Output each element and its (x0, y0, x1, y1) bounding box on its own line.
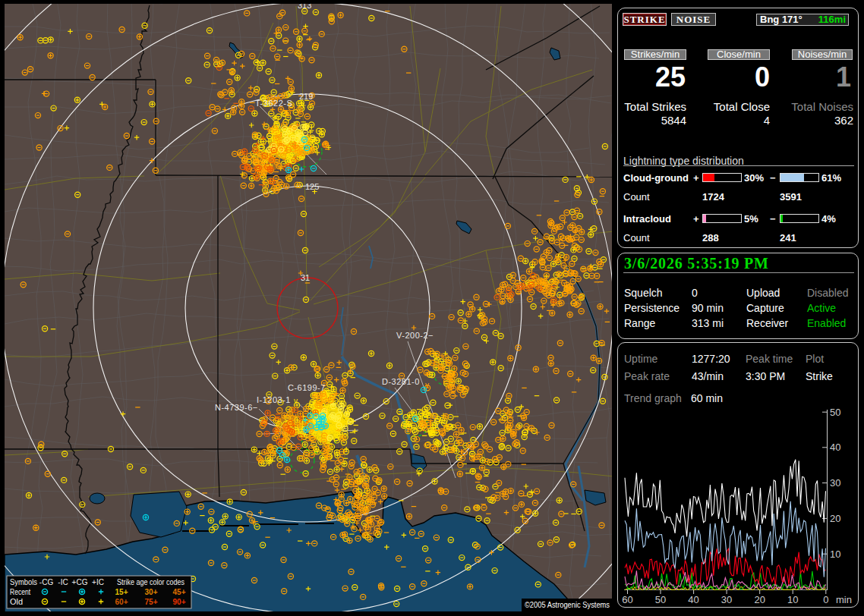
svg-text:0: 0 (823, 594, 828, 605)
svg-text:N-4739-6−: N-4739-6− (215, 403, 258, 412)
svg-text:50: 50 (655, 594, 666, 605)
svg-text:Strike age color codes: Strike age color codes (117, 578, 184, 586)
svg-text:-IC: -IC (58, 578, 68, 586)
svg-text:-CG: -CG (39, 578, 54, 586)
svg-text:40: 40 (688, 594, 698, 605)
svg-text:T-3622-S: T-3622-S (255, 99, 292, 108)
svg-text:60+: 60+ (115, 598, 128, 606)
svg-text:10: 10 (830, 548, 840, 560)
svg-text:60: 60 (622, 594, 632, 605)
svg-text:©2005 Astrogenic Systems: ©2005 Astrogenic Systems (525, 600, 610, 609)
svg-text:+CG: +CG (72, 578, 88, 586)
svg-text:125: 125 (305, 182, 319, 191)
svg-text:v: v (425, 381, 429, 389)
svg-text:30+: 30+ (145, 588, 158, 596)
svg-text:+IC: +IC (92, 578, 104, 586)
svg-text:D-3281-0: D-3281-0 (382, 377, 420, 386)
svg-text:20: 20 (754, 594, 765, 605)
svg-text:50: 50 (830, 407, 840, 418)
svg-text:30: 30 (721, 594, 732, 605)
svg-text:20: 20 (830, 513, 840, 524)
svg-text:75+: 75+ (145, 598, 158, 606)
svg-text:219: 219 (299, 92, 313, 101)
svg-text:Old: Old (10, 598, 23, 606)
svg-text:C-6199-7: C-6199-7 (288, 383, 326, 392)
svg-text:10: 10 (787, 594, 798, 605)
svg-text:15+: 15+ (115, 588, 128, 596)
svg-text:45+: 45+ (173, 588, 186, 596)
svg-text:V-200-2−: V-200-2− (396, 331, 434, 340)
svg-text:min: min (836, 594, 852, 605)
svg-text:40: 40 (830, 442, 840, 453)
svg-text:v: v (294, 397, 298, 405)
svg-text:Symbols: Symbols (10, 578, 37, 586)
svg-text:Recent: Recent (10, 588, 30, 596)
svg-text:I-1203-1: I-1203-1 (257, 395, 291, 404)
svg-text:90+: 90+ (173, 598, 186, 606)
svg-text:31: 31 (301, 273, 310, 282)
svg-text:30: 30 (830, 477, 840, 489)
